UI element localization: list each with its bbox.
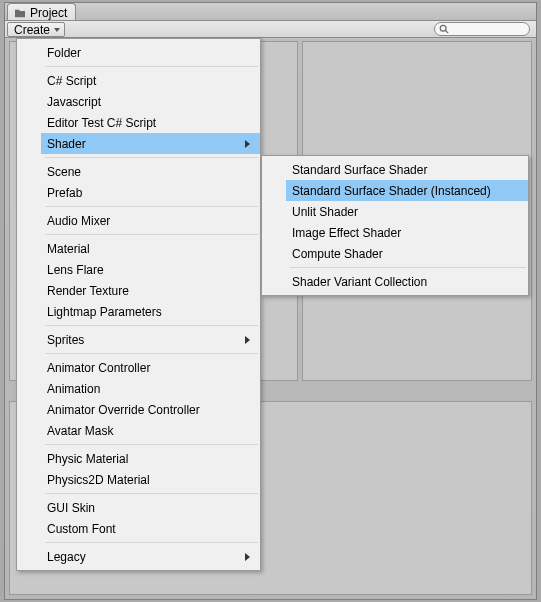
menu-item-label: Compute Shader bbox=[292, 247, 383, 261]
create-menu-separator bbox=[45, 325, 258, 326]
menu-item-label: Legacy bbox=[47, 550, 86, 564]
create-menu-separator bbox=[45, 66, 258, 67]
create-menu-item-custom-font[interactable]: Custom Font bbox=[41, 518, 260, 539]
menu-item-label: Custom Font bbox=[47, 522, 116, 536]
menu-item-label: Folder bbox=[47, 46, 81, 60]
menu-item-label: Sprites bbox=[47, 333, 84, 347]
project-tab[interactable]: Project bbox=[7, 3, 76, 20]
create-menu-item-javascript[interactable]: Javascript bbox=[41, 91, 260, 112]
menu-item-label: Avatar Mask bbox=[47, 424, 113, 438]
menu-item-label: Shader Variant Collection bbox=[292, 275, 427, 289]
shader-submenu-item-compute-shader[interactable]: Compute Shader bbox=[286, 243, 528, 264]
svg-point-0 bbox=[440, 25, 446, 31]
create-menu-separator bbox=[45, 493, 258, 494]
toolbar: Create bbox=[5, 21, 536, 38]
create-menu-item-lens-flare[interactable]: Lens Flare bbox=[41, 259, 260, 280]
search-icon bbox=[439, 24, 449, 34]
shader-submenu: Standard Surface ShaderStandard Surface … bbox=[261, 155, 529, 296]
create-menu-item-animation[interactable]: Animation bbox=[41, 378, 260, 399]
shader-submenu-item-image-effect-shader[interactable]: Image Effect Shader bbox=[286, 222, 528, 243]
chevron-right-icon bbox=[245, 140, 250, 148]
menu-item-label: Material bbox=[47, 242, 90, 256]
create-menu-item-gui-skin[interactable]: GUI Skin bbox=[41, 497, 260, 518]
search-input[interactable] bbox=[434, 22, 530, 36]
menu-item-label: Standard Surface Shader (Instanced) bbox=[292, 184, 491, 198]
menu-item-label: Animation bbox=[47, 382, 100, 396]
shader-submenu-item-standard-surface-shader-instanced[interactable]: Standard Surface Shader (Instanced) bbox=[286, 180, 528, 201]
menu-item-label: Editor Test C# Script bbox=[47, 116, 156, 130]
menu-item-label: Image Effect Shader bbox=[292, 226, 401, 240]
create-menu-separator bbox=[45, 444, 258, 445]
menu-item-label: C# Script bbox=[47, 74, 96, 88]
create-menu-item-folder[interactable]: Folder bbox=[41, 42, 260, 63]
create-menu-separator bbox=[45, 234, 258, 235]
chevron-right-icon bbox=[245, 336, 250, 344]
create-menu-separator bbox=[45, 353, 258, 354]
create-menu-item-animator-controller[interactable]: Animator Controller bbox=[41, 357, 260, 378]
create-menu-item-render-texture[interactable]: Render Texture bbox=[41, 280, 260, 301]
create-menu-item-physics2d-material[interactable]: Physics2D Material bbox=[41, 469, 260, 490]
create-menu-separator bbox=[45, 542, 258, 543]
menu-item-label: Unlit Shader bbox=[292, 205, 358, 219]
menu-item-label: Lens Flare bbox=[47, 263, 104, 277]
menu-item-label: Audio Mixer bbox=[47, 214, 110, 228]
create-menu-item-physic-material[interactable]: Physic Material bbox=[41, 448, 260, 469]
create-menu-item-scene[interactable]: Scene bbox=[41, 161, 260, 182]
shader-submenu-separator bbox=[290, 267, 526, 268]
chevron-right-icon bbox=[245, 553, 250, 561]
menu-item-label: Physics2D Material bbox=[47, 473, 150, 487]
create-menu-item-shader[interactable]: Shader bbox=[41, 133, 260, 154]
menu-item-label: Render Texture bbox=[47, 284, 129, 298]
create-menu-item-sprites[interactable]: Sprites bbox=[41, 329, 260, 350]
create-menu-separator bbox=[45, 206, 258, 207]
menu-item-label: Lightmap Parameters bbox=[47, 305, 162, 319]
menu-item-label: Prefab bbox=[47, 186, 82, 200]
create-menu-item-prefab[interactable]: Prefab bbox=[41, 182, 260, 203]
svg-line-1 bbox=[446, 31, 449, 34]
create-menu: FolderC# ScriptJavascriptEditor Test C# … bbox=[16, 38, 261, 571]
menu-item-label: Animator Override Controller bbox=[47, 403, 200, 417]
create-menu-item-legacy[interactable]: Legacy bbox=[41, 546, 260, 567]
shader-submenu-item-unlit-shader[interactable]: Unlit Shader bbox=[286, 201, 528, 222]
create-menu-separator bbox=[45, 157, 258, 158]
menu-item-label: Shader bbox=[47, 137, 86, 151]
create-menu-item-material[interactable]: Material bbox=[41, 238, 260, 259]
dropdown-triangle-icon bbox=[54, 28, 60, 32]
create-button[interactable]: Create bbox=[7, 22, 65, 37]
menu-item-label: Javascript bbox=[47, 95, 101, 109]
create-menu-item-avatar-mask[interactable]: Avatar Mask bbox=[41, 420, 260, 441]
menu-item-label: GUI Skin bbox=[47, 501, 95, 515]
folder-icon bbox=[14, 8, 26, 18]
create-menu-item-c-script[interactable]: C# Script bbox=[41, 70, 260, 91]
create-menu-item-lightmap-parameters[interactable]: Lightmap Parameters bbox=[41, 301, 260, 322]
menu-item-label: Scene bbox=[47, 165, 81, 179]
create-button-label: Create bbox=[14, 23, 50, 37]
menu-item-label: Standard Surface Shader bbox=[292, 163, 427, 177]
shader-submenu-item-standard-surface-shader[interactable]: Standard Surface Shader bbox=[286, 159, 528, 180]
project-tab-label: Project bbox=[30, 6, 67, 20]
create-menu-item-animator-override-controller[interactable]: Animator Override Controller bbox=[41, 399, 260, 420]
create-menu-item-audio-mixer[interactable]: Audio Mixer bbox=[41, 210, 260, 231]
shader-submenu-item-shader-variant-collection[interactable]: Shader Variant Collection bbox=[286, 271, 528, 292]
menu-item-label: Physic Material bbox=[47, 452, 128, 466]
search-wrap bbox=[434, 22, 530, 36]
menu-item-label: Animator Controller bbox=[47, 361, 150, 375]
create-menu-item-editor-test-c-script[interactable]: Editor Test C# Script bbox=[41, 112, 260, 133]
tab-bar: Project bbox=[5, 3, 536, 21]
